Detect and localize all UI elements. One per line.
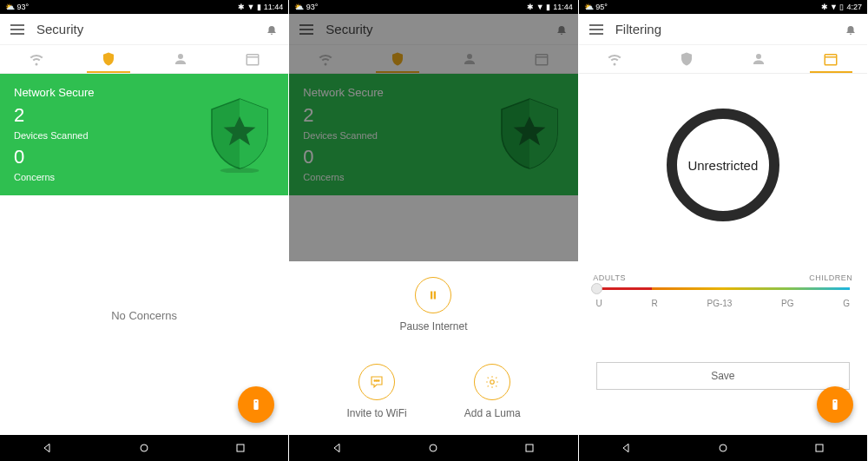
svg-rect-21 [832, 399, 837, 410]
tab-bar [289, 45, 577, 73]
slider-ticks: U R PG-13 PG G [596, 299, 850, 308]
tick-u: U [596, 299, 602, 308]
concerns-count: 0 [14, 146, 94, 168]
devices-label: Devices Scanned [14, 130, 94, 141]
fab-button[interactable] [817, 386, 853, 423]
no-concerns-text: No Concerns [111, 309, 177, 322]
nav-bar [0, 435, 288, 461]
nav-recent-icon[interactable] [523, 441, 536, 455]
menu-icon[interactable] [10, 24, 24, 35]
chat-icon [358, 364, 395, 400]
tab-filtering[interactable] [795, 45, 867, 73]
tab-security[interactable] [361, 45, 433, 73]
nav-recent-icon[interactable] [812, 441, 826, 455]
devices-count: 2 [303, 104, 383, 127]
menu-icon[interactable] [299, 24, 313, 35]
action-sheet: Pause Internet Invite to WiFi Add a Luma [289, 261, 577, 435]
tick-pg: PG [781, 299, 793, 308]
pause-internet-button[interactable]: Pause Internet [399, 277, 467, 333]
svg-point-15 [378, 380, 380, 382]
shield-icon [205, 95, 274, 173]
filtering-body: Unrestricted ADULTS CHILDREN U R PG-13 P… [579, 74, 867, 435]
invite-wifi-button[interactable]: Invite to WiFi [346, 364, 406, 419]
filter-slider[interactable] [596, 287, 850, 290]
nav-back-icon[interactable] [41, 441, 55, 455]
save-button[interactable]: Save [596, 362, 850, 390]
nav-back-icon[interactable] [331, 441, 345, 455]
devices-label: Devices Scanned [303, 130, 383, 141]
svg-point-17 [430, 445, 437, 451]
svg-rect-18 [526, 445, 533, 451]
status-right: ✱ ▼ ▮ 11:44 [238, 3, 283, 11]
svg-point-13 [374, 380, 376, 382]
nav-recent-icon[interactable] [233, 441, 247, 455]
svg-point-22 [834, 401, 836, 403]
save-label: Save [711, 370, 734, 382]
tab-security[interactable] [651, 45, 723, 73]
svg-point-23 [720, 445, 727, 451]
tick-g: G [843, 299, 850, 308]
app-bar: Security [0, 14, 288, 45]
screen-security: ⛅ 93° ✱ ▼ ▮ 11:44 Security Network Secur… [0, 0, 289, 461]
screen-filtering: ⛅ 95° ✱ ▼ ▯ 4:27 Filtering Unrestricted … [579, 0, 868, 461]
devices-count: 2 [14, 104, 94, 127]
status-temp: ⛅ 93° [5, 3, 29, 11]
svg-rect-11 [431, 292, 432, 300]
status-right: ✱ ▼ ▯ 4:27 [821, 3, 862, 11]
bell-icon[interactable] [556, 23, 568, 36]
tab-profile[interactable] [433, 45, 505, 73]
tick-r: R [652, 299, 658, 308]
nav-home-icon[interactable] [137, 441, 151, 455]
slider-label-children: CHILDREN [809, 273, 852, 282]
svg-point-5 [255, 401, 257, 403]
tick-pg13: PG-13 [707, 299, 732, 308]
add-luma-button[interactable]: Add a Luma [464, 364, 521, 419]
nav-home-icon[interactable] [716, 441, 730, 455]
summary-title: Network Secure [14, 86, 94, 99]
status-temp: ⛅ 95° [584, 3, 608, 11]
security-summary-card: Network Secure 2 Devices Scanned 0 Conce… [289, 74, 577, 195]
filter-level-ring[interactable]: Unrestricted [667, 109, 779, 221]
status-temp: ⛅ 93° [294, 3, 318, 11]
status-bar: ⛅ 93° ✱ ▼ ▮ 11:44 [289, 0, 577, 14]
concerns-label: Concerns [303, 172, 383, 182]
page-title: Filtering [615, 22, 832, 36]
add-label: Add a Luma [464, 407, 521, 419]
menu-icon[interactable] [589, 24, 603, 35]
svg-point-3 [220, 168, 260, 173]
tab-profile[interactable] [723, 45, 795, 73]
tab-wifi[interactable] [0, 45, 72, 73]
svg-rect-12 [434, 292, 436, 300]
page-title: Security [326, 22, 542, 36]
slider-label-adults: ADULTS [593, 273, 626, 282]
svg-point-14 [376, 380, 378, 382]
svg-rect-24 [816, 445, 823, 451]
pause-icon [415, 277, 451, 313]
tab-wifi[interactable] [579, 45, 651, 73]
tab-security[interactable] [72, 45, 144, 73]
tab-filtering[interactable] [216, 45, 288, 73]
nav-home-icon[interactable] [426, 441, 440, 455]
nav-bar [289, 435, 577, 461]
slider-knob[interactable] [591, 283, 602, 294]
tab-wifi[interactable] [289, 45, 361, 73]
bell-icon[interactable] [845, 23, 857, 36]
status-bar: ⛅ 95° ✱ ▼ ▯ 4:27 [579, 0, 867, 14]
shield-icon [495, 95, 564, 173]
status-right: ✱ ▼ ▮ 11:44 [527, 3, 572, 11]
bell-icon[interactable] [266, 23, 278, 36]
svg-point-6 [141, 445, 148, 451]
tab-profile[interactable] [144, 45, 216, 73]
concerns-count: 0 [303, 146, 383, 168]
svg-rect-0 [247, 55, 259, 65]
nav-back-icon[interactable] [620, 441, 634, 455]
app-bar: Filtering [579, 14, 867, 45]
pause-label: Pause Internet [399, 320, 467, 333]
slider-end-labels: ADULTS CHILDREN [593, 273, 852, 282]
concerns-label: Concerns [14, 172, 94, 182]
tab-filtering[interactable] [506, 45, 578, 73]
svg-rect-8 [536, 55, 548, 65]
security-summary-card[interactable]: Network Secure 2 Devices Scanned 0 Conce… [0, 74, 288, 195]
page-title: Security [36, 22, 253, 36]
gear-icon [474, 364, 510, 400]
